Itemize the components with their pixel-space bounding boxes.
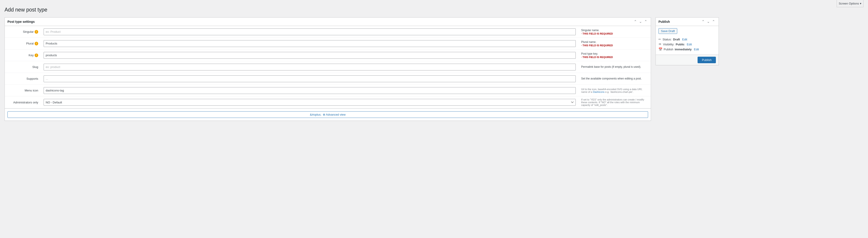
- form-row-supports: Supports Set the available components wh…: [5, 73, 651, 85]
- publish-meta-status: ✏ Status: Draft Edit: [658, 37, 716, 41]
- status-value: Draft: [673, 38, 680, 41]
- screen-options-arrow: ▾: [860, 2, 862, 5]
- publish-panel-header: Publish ⌃ ⌄ ⌃: [656, 18, 719, 26]
- form-row-menu-icon: Menu icon Url to the icon, base64-encode…: [5, 85, 651, 96]
- panel-collapse-up-button[interactable]: ⌃: [633, 20, 638, 24]
- top-bar: Screen Options ▾: [832, 0, 868, 7]
- publish-button[interactable]: Publish: [698, 57, 716, 63]
- advanced-view-label: ⊕ Advanced view: [323, 113, 346, 116]
- main-layout: Post type settings ⌃ ⌄ ⌃ Singular i: [4, 18, 719, 121]
- label-plural: Plural i: [5, 38, 41, 49]
- form-row-plural: Plural i Plural name. · THIS FIELD IS RE…: [5, 38, 651, 49]
- panel-header: Post type settings ⌃ ⌄ ⌃: [5, 18, 651, 26]
- publish-panel: Publish ⌃ ⌄ ⌃ Save Draft ✏ Status: Draft…: [655, 18, 719, 65]
- publish-panel-body: Save Draft ✏ Status: Draft Edit 👁 Visibi…: [656, 26, 719, 55]
- desc-key-title: Post type key.: [581, 52, 648, 55]
- menu-icon-input[interactable]: [43, 87, 576, 94]
- singular-info-icon[interactable]: i: [35, 30, 38, 34]
- desc-singular-title: Singular name.: [581, 29, 648, 32]
- advanced-view-button[interactable]: &#oplus; ⊕ Advanced view: [7, 111, 648, 118]
- slug-input[interactable]: [43, 64, 576, 70]
- desc-plural: Plural name. · THIS FIELD IS REQUIRED: [579, 38, 651, 49]
- save-draft-button[interactable]: Save Draft: [658, 28, 677, 34]
- input-cell-menu-icon: [41, 85, 579, 96]
- desc-slug: Permalink base for posts (if empty, plur…: [579, 61, 651, 73]
- key-label-text: Key: [29, 54, 34, 57]
- label-administrators-only: Administrators only: [5, 96, 41, 108]
- visibility-value: Public: [676, 43, 684, 46]
- publish-panel-down-button[interactable]: ⌄: [706, 20, 711, 24]
- input-cell-slug: [41, 61, 579, 73]
- publish-meta-visibility: 👁 Visibility: Public Edit: [658, 42, 716, 46]
- page-content: Add new post type Post type settings ⌃ ⌄…: [0, 0, 723, 125]
- publish-panel-up-button[interactable]: ⌃: [701, 20, 706, 24]
- supports-input[interactable]: [43, 75, 576, 82]
- label-singular: Singular i: [5, 26, 41, 37]
- form-row-slug: Slug Permalink base for posts (if empty,…: [5, 61, 651, 73]
- input-cell-key: [41, 49, 579, 61]
- input-cell-plural: [41, 38, 579, 49]
- desc-plural-title: Plural name.: [581, 40, 648, 43]
- publish-panel-footer: Publish: [656, 55, 719, 65]
- administrators-only-select[interactable]: NO - Default YES: [43, 99, 576, 106]
- plural-info-icon[interactable]: i: [35, 42, 38, 45]
- advanced-view-icon: &#oplus;: [310, 113, 321, 116]
- page-title: Add new post type: [4, 7, 719, 13]
- key-input[interactable]: [43, 52, 576, 59]
- panel-collapse-down-button[interactable]: ⌄: [638, 20, 643, 24]
- status-edit-link[interactable]: Edit: [682, 38, 687, 41]
- visibility-icon: 👁: [658, 42, 662, 46]
- desc-plural-required: · THIS FIELD IS REQUIRED: [581, 44, 648, 47]
- form-row-key: Key i Post type key. · THIS FIELD IS REQ…: [5, 49, 651, 61]
- main-panel: Post type settings ⌃ ⌄ ⌃ Singular i: [4, 18, 651, 121]
- form-row-singular: Singular i Singular name. · THIS FIELD I…: [5, 26, 651, 38]
- menu-icon-label-text: Menu icon: [25, 89, 38, 92]
- publish-panel-header-controls: ⌃ ⌄ ⌃: [701, 20, 716, 24]
- input-cell-supports: [41, 73, 579, 84]
- desc-menu-icon: Url to the icon, base64-encoded SVG usin…: [579, 85, 651, 96]
- advanced-view-bar: &#oplus; ⊕ Advanced view: [5, 108, 651, 121]
- publish-panel-close-button[interactable]: ⌃: [711, 20, 716, 24]
- desc-key: Post type key. · THIS FIELD IS REQUIRED: [579, 49, 651, 61]
- plural-input[interactable]: [43, 40, 576, 47]
- administrators-only-label-text: Administrators only: [13, 101, 38, 104]
- input-cell-singular: [41, 26, 579, 37]
- dashicons-link[interactable]: Dashicons: [593, 91, 604, 93]
- panel-controls: ⌃ ⌄ ⌃: [633, 20, 648, 24]
- singular-label-text: Singular: [23, 30, 34, 33]
- singular-input[interactable]: [43, 29, 576, 35]
- label-key: Key i: [5, 49, 41, 61]
- visibility-label: Visibility:: [663, 43, 674, 46]
- status-icon: ✏: [658, 37, 661, 41]
- publish-value: immediately: [675, 48, 692, 51]
- desc-key-required: · THIS FIELD IS REQUIRED: [581, 56, 648, 59]
- panel-title: Post type settings: [7, 20, 35, 24]
- side-panel: Publish ⌃ ⌄ ⌃ Save Draft ✏ Status: Draft…: [655, 18, 719, 65]
- label-slug: Slug: [5, 61, 41, 73]
- key-info-icon[interactable]: i: [35, 54, 38, 57]
- slug-label-text: Slug: [32, 65, 38, 69]
- desc-administrators-only-text: If set to "YES" only the administrators …: [581, 98, 648, 106]
- status-label: Status:: [662, 38, 672, 41]
- label-supports: Supports: [5, 73, 41, 84]
- form-row-administrators-only: Administrators only NO - Default YES If …: [5, 96, 651, 108]
- desc-administrators-only: If set to "YES" only the administrators …: [579, 96, 651, 108]
- panel-close-button[interactable]: ⌃: [643, 20, 648, 24]
- publish-meta-schedule: 📅 Publish immediately Edit: [658, 47, 716, 51]
- label-menu-icon: Menu icon: [5, 85, 41, 96]
- input-cell-administrators-only: NO - Default YES: [41, 96, 579, 108]
- schedule-icon: 📅: [658, 47, 662, 51]
- supports-label-text: Supports: [26, 77, 38, 80]
- visibility-edit-link[interactable]: Edit: [687, 43, 692, 46]
- publish-edit-link[interactable]: Edit: [694, 48, 699, 51]
- desc-slug-title: Permalink base for posts (if empty, plur…: [581, 65, 648, 68]
- screen-options-label: Screen Options: [839, 2, 859, 5]
- post-type-settings-panel: Post type settings ⌃ ⌄ ⌃ Singular i: [4, 18, 651, 121]
- desc-supports: Set the available components when editin…: [579, 73, 651, 84]
- desc-singular: Singular name. · THIS FIELD IS REQUIRED: [579, 26, 651, 37]
- desc-singular-required: · THIS FIELD IS REQUIRED: [581, 32, 648, 35]
- publish-label: Publish: [664, 48, 673, 51]
- plural-label-text: Plural: [26, 42, 34, 45]
- screen-options-button[interactable]: Screen Options ▾: [837, 0, 864, 7]
- desc-menu-icon-text: Url to the icon, base64-encoded SVG usin…: [581, 88, 648, 93]
